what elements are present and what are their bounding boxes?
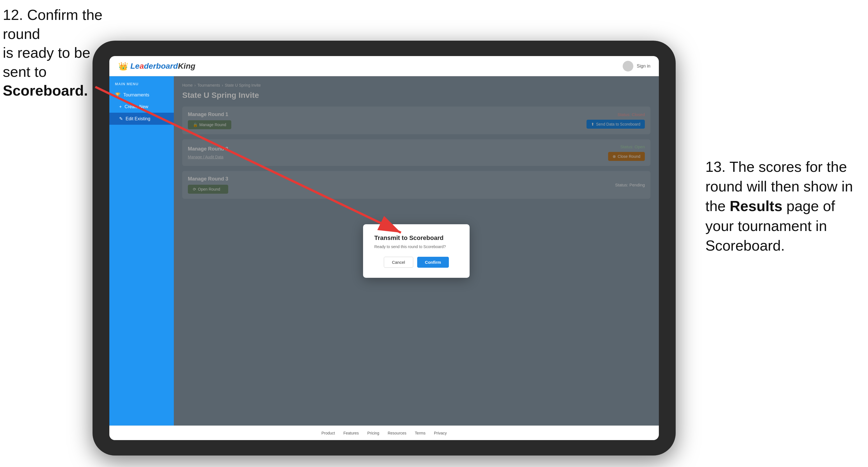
main-layout: MAIN MENU 🏆 Tournaments + Create New ✎ E… bbox=[109, 76, 659, 426]
modal-confirm-button[interactable]: Confirm bbox=[417, 257, 449, 268]
modal-cancel-button[interactable]: Cancel bbox=[384, 257, 413, 268]
sidebar-item-edit-existing[interactable]: ✎ Edit Existing bbox=[109, 113, 174, 125]
annotation-right: 13. The scores for the round will then s… bbox=[705, 157, 862, 255]
modal-buttons: Cancel Confirm bbox=[374, 257, 458, 268]
edit-icon: ✎ bbox=[119, 116, 123, 121]
annotation-right-text: 13. The scores for the round will then s… bbox=[705, 159, 853, 254]
plus-icon: + bbox=[119, 104, 122, 109]
logo-text: LeaderboardKing bbox=[130, 62, 195, 71]
sidebar: MAIN MENU 🏆 Tournaments + Create New ✎ E… bbox=[109, 76, 174, 426]
footer-pricing[interactable]: Pricing bbox=[367, 431, 379, 435]
tablet-footer: Product Features Pricing Resources Terms… bbox=[109, 426, 659, 440]
footer-features[interactable]: Features bbox=[343, 431, 359, 435]
sidebar-item-label: Edit Existing bbox=[126, 116, 150, 121]
nav-right: Sign in bbox=[623, 61, 650, 71]
footer-product[interactable]: Product bbox=[321, 431, 335, 435]
sidebar-item-tournaments[interactable]: 🏆 Tournaments bbox=[109, 89, 174, 101]
sidebar-item-label: Create New bbox=[124, 104, 148, 109]
modal-title: Transmit to Scoreboard bbox=[374, 234, 458, 242]
sidebar-item-create-new[interactable]: + Create New bbox=[109, 101, 174, 113]
logo-area: 👑 LeaderboardKing bbox=[118, 61, 195, 72]
annotation-bold: Scoreboard. bbox=[3, 83, 88, 99]
avatar bbox=[623, 61, 633, 71]
trophy-icon: 🏆 bbox=[115, 92, 121, 98]
top-nav: 👑 LeaderboardKing Sign in bbox=[109, 56, 659, 76]
modal-overlay[interactable]: Transmit to Scoreboard Ready to send thi… bbox=[174, 76, 659, 426]
annotation-line2: is ready to be sent to bbox=[3, 44, 90, 80]
content-area: Home › Tournaments › State U Spring Invi… bbox=[174, 76, 659, 426]
step-number: 12. bbox=[3, 7, 23, 23]
tablet-frame: 👑 LeaderboardKing Sign in MAIN MENU 🏆 To… bbox=[93, 41, 676, 456]
tablet-screen: 👑 LeaderboardKing Sign in MAIN MENU 🏆 To… bbox=[109, 56, 659, 440]
sidebar-item-label: Tournaments bbox=[123, 93, 149, 98]
sign-in-link[interactable]: Sign in bbox=[637, 64, 650, 69]
footer-terms[interactable]: Terms bbox=[415, 431, 426, 435]
footer-privacy[interactable]: Privacy bbox=[434, 431, 447, 435]
sidebar-section-label: MAIN MENU bbox=[109, 82, 174, 89]
svg-text:👑: 👑 bbox=[118, 62, 128, 71]
footer-resources[interactable]: Resources bbox=[388, 431, 406, 435]
modal-subtitle: Ready to send this round to Scoreboard? bbox=[374, 244, 458, 249]
logo-icon: 👑 bbox=[118, 61, 129, 72]
modal-box: Transmit to Scoreboard Ready to send thi… bbox=[363, 224, 470, 278]
